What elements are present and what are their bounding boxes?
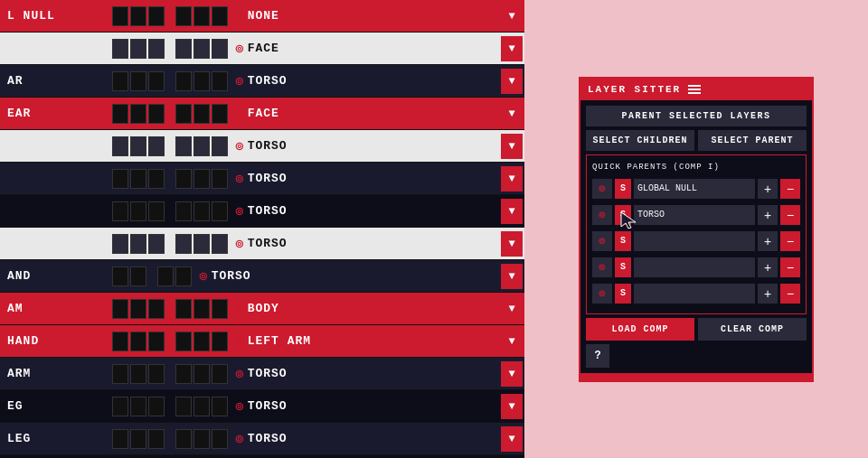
clear-comp-button[interactable]: CLEAR COMP — [698, 318, 807, 341]
dropdown-arrow[interactable]: ▼ — [501, 166, 523, 192]
layer-row[interactable]: HAND ⊚ LEFT ARM ▼ — [0, 325, 524, 358]
qp-plus-3[interactable]: + — [758, 231, 778, 251]
qp-minus-2[interactable]: − — [780, 205, 800, 225]
layer-row[interactable]: ARM ⊚ TORSO ▼ — [0, 358, 524, 390]
layer-row[interactable]: ⊚ TORSO ▼ — [0, 163, 524, 195]
layer-boxes-2 — [154, 266, 195, 286]
qp-minus-3[interactable]: − — [780, 231, 800, 251]
layer-boxes — [108, 104, 168, 124]
spiral-icon: ⊚ — [235, 332, 244, 351]
dropdown-arrow[interactable]: ▼ — [501, 361, 523, 387]
qp-s-5[interactable]: S — [615, 284, 631, 304]
qp-input-4[interactable] — [634, 257, 755, 277]
layer-boxes-2 — [172, 136, 231, 156]
dropdown-arrow[interactable]: ▼ — [501, 199, 523, 224]
layer-boxes-2 — [172, 201, 231, 221]
dropdown-arrow[interactable]: ▼ — [501, 296, 523, 322]
qp-minus-1[interactable]: − — [780, 179, 800, 199]
layer-row[interactable]: EG ⊚ TORSO ▼ — [0, 390, 524, 423]
layer-name: ARM — [0, 367, 108, 380]
quick-parent-row-4: ⊚ S + − — [592, 256, 800, 279]
layer-boxes — [108, 332, 168, 351]
layer-row[interactable]: L NULL ⊚ NONE ▼ — [0, 0, 524, 33]
layer-boxes-2 — [172, 234, 231, 254]
spiral-icon: ⊚ — [235, 40, 244, 58]
layer-sitter-header: LAYER SITTER — [580, 79, 812, 100]
menu-icon[interactable] — [688, 85, 701, 94]
spiral-icon: ⊚ — [235, 202, 244, 220]
layer-boxes — [108, 266, 150, 286]
layer-boxes — [108, 136, 168, 156]
layer-row[interactable]: ⊚ FACE ▼ — [0, 33, 524, 65]
qp-plus-1[interactable]: + — [758, 179, 778, 199]
layer-row[interactable]: LEG ⊚ TORSO ▼ — [0, 423, 524, 455]
qp-spiral-5[interactable]: ⊚ — [592, 284, 612, 304]
layer-row[interactable]: EAR ⊚ FACE ▼ — [0, 98, 524, 130]
layer-label: NONE — [248, 9, 501, 23]
dropdown-arrow[interactable]: ▼ — [501, 329, 523, 354]
layer-boxes-2 — [172, 397, 231, 416]
qp-plus-2[interactable]: + — [758, 205, 778, 225]
qp-spiral-4[interactable]: ⊚ — [592, 257, 612, 277]
qp-s-3[interactable]: S — [615, 231, 631, 251]
layer-boxes-2 — [172, 169, 231, 189]
dropdown-arrow[interactable]: ▼ — [501, 394, 523, 419]
layer-boxes-2 — [172, 332, 231, 351]
qp-s-2[interactable]: S — [615, 205, 631, 225]
layer-boxes — [108, 169, 168, 189]
qp-input-2[interactable] — [634, 205, 755, 225]
layer-boxes — [108, 201, 168, 221]
dropdown-arrow[interactable]: ▼ — [501, 36, 523, 61]
qp-minus-5[interactable]: − — [780, 284, 800, 304]
dropdown-arrow[interactable]: ▼ — [501, 231, 523, 257]
layer-row[interactable]: AM ⊚ BODY ▼ — [0, 293, 524, 325]
layer-row[interactable]: AND ⊚ TORSO ▼ — [0, 260, 524, 293]
layer-boxes-2 — [172, 364, 231, 384]
layer-boxes — [108, 6, 168, 26]
layer-row[interactable]: ⊚ TORSO ▼ — [0, 228, 524, 260]
parent-selected-layers-button[interactable]: PARENT SELECTED LAYERS — [586, 106, 807, 126]
layer-label: TORSO — [248, 399, 501, 413]
load-comp-button[interactable]: LOAD COMP — [586, 318, 694, 341]
layer-boxes — [108, 299, 168, 319]
spiral-icon: ⊚ — [235, 170, 244, 188]
qp-input-1[interactable] — [634, 179, 755, 199]
dropdown-arrow[interactable]: ▼ — [501, 426, 523, 452]
layer-label: TORSO — [248, 432, 501, 445]
select-children-button[interactable]: SELECT CHILDREN — [586, 130, 694, 151]
layer-boxes-2 — [172, 429, 231, 449]
layer-boxes — [108, 364, 168, 384]
dropdown-arrow[interactable]: ▼ — [501, 69, 523, 94]
qp-spiral-1[interactable]: ⊚ — [592, 179, 612, 199]
quick-parent-row-2: ⊚ S + − — [592, 203, 800, 227]
qp-minus-4[interactable]: − — [780, 257, 800, 277]
dropdown-arrow[interactable]: ▼ — [501, 264, 523, 289]
qp-s-1[interactable]: S — [615, 179, 631, 199]
select-parent-button[interactable]: SELECT PARENT — [698, 130, 807, 151]
dropdown-arrow[interactable]: ▼ — [501, 101, 523, 126]
spiral-icon: ⊚ — [235, 430, 244, 448]
layer-row[interactable]: ⊚ TORSO ▼ — [0, 130, 524, 163]
qp-s-4[interactable]: S — [615, 257, 631, 277]
layer-label: TORSO — [212, 269, 501, 283]
qp-input-3[interactable] — [634, 231, 755, 251]
spiral-icon: ⊚ — [235, 137, 244, 155]
layer-boxes — [108, 39, 168, 59]
quick-parents-section: QUICK PARENTS (COMP I) ⊚ S + − ⊚ S + − — [586, 154, 807, 314]
layer-row[interactable]: AR ⊚ TORSO ▼ — [0, 65, 524, 98]
qp-plus-4[interactable]: + — [758, 257, 778, 277]
qp-spiral-2[interactable]: ⊚ — [592, 205, 612, 225]
dropdown-arrow[interactable]: ▼ — [501, 4, 523, 29]
dropdown-arrow[interactable]: ▼ — [501, 134, 523, 159]
qp-plus-5[interactable]: + — [758, 284, 778, 304]
layer-row[interactable]: ⊚ TORSO ▼ — [0, 195, 524, 228]
quick-parents-label: QUICK PARENTS (COMP I) — [592, 161, 800, 173]
layer-label: FACE — [248, 42, 501, 55]
layer-label: TORSO — [248, 237, 501, 250]
qp-spiral-3[interactable]: ⊚ — [592, 231, 612, 251]
layer-name: AM — [0, 302, 108, 315]
qp-input-5[interactable] — [634, 284, 755, 304]
spiral-icon: ⊚ — [235, 7, 244, 25]
quick-parent-row-5: ⊚ S + − — [592, 282, 800, 305]
help-button[interactable]: ? — [586, 344, 609, 368]
